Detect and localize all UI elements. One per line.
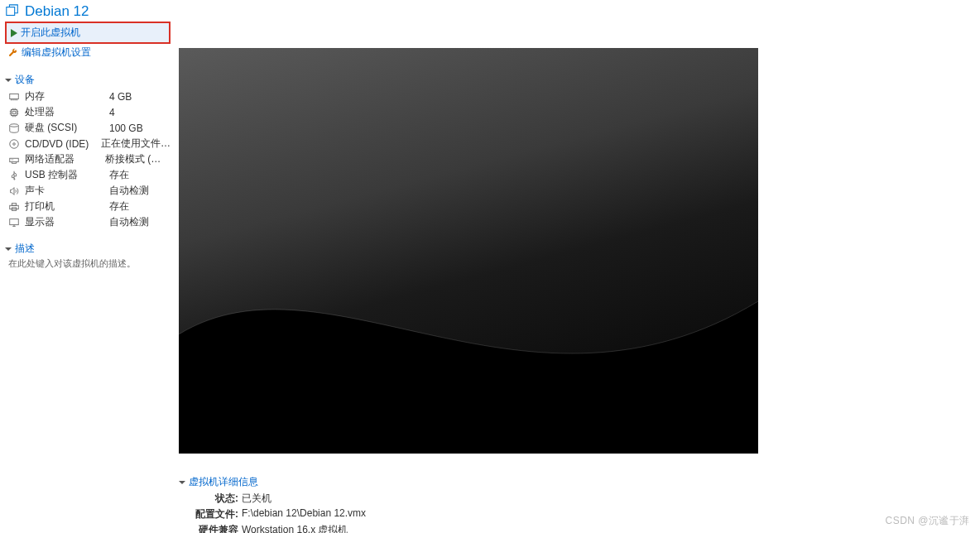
wrench-icon	[8, 48, 18, 58]
description-section-title: 描述	[15, 242, 35, 256]
device-value: 4 GB	[109, 91, 132, 103]
device-row[interactable]: CD/DVD (IDE)正在使用文件 H...	[5, 136, 171, 151]
detail-value: F:\debian 12\Debian 12.vmx	[242, 507, 366, 521]
device-row[interactable]: 处理器4	[5, 104, 171, 120]
device-label: 声卡	[25, 184, 104, 198]
details-section-title: 虚拟机详细信息	[189, 475, 258, 489]
chevron-down-icon	[5, 79, 12, 82]
description-section-header[interactable]: 描述	[5, 240, 171, 257]
edit-settings-button[interactable]: 编辑虚拟机设置	[5, 44, 171, 61]
description-section: 描述 在此处键入对该虚拟机的描述。	[5, 240, 171, 270]
device-label: USB 控制器	[25, 168, 104, 182]
svg-rect-9	[12, 203, 16, 205]
detail-row: 状态:已关机	[179, 491, 975, 507]
network-icon	[8, 154, 20, 166]
display-icon	[8, 217, 20, 228]
detail-label: 配置文件:	[194, 507, 238, 521]
detail-label: 硬件兼容性:	[194, 523, 238, 533]
content-area: 虚拟机详细信息 状态:已关机配置文件:F:\debian 12\Debian 1…	[179, 22, 975, 533]
svg-point-5	[10, 139, 19, 148]
device-row[interactable]: 声卡自动检测	[5, 183, 171, 199]
device-value: 桥接模式 (自动)	[105, 152, 171, 166]
chevron-down-icon	[179, 481, 185, 484]
device-value: 4	[109, 107, 115, 118]
memory-icon	[8, 91, 20, 103]
vm-title: Debian 12	[25, 3, 89, 20]
power-on-label: 开启此虚拟机	[21, 26, 80, 40]
svg-rect-11	[10, 218, 19, 224]
sound-icon	[8, 185, 20, 197]
svg-point-4	[10, 123, 19, 127]
device-label: CD/DVD (IDE)	[25, 138, 96, 150]
details-section: 虚拟机详细信息 状态:已关机配置文件:F:\debian 12\Debian 1…	[179, 473, 975, 533]
detail-value: 已关机	[242, 492, 271, 506]
device-row[interactable]: USB 控制器存在	[5, 167, 171, 183]
vm-preview-screen[interactable]	[179, 48, 758, 454]
sidebar: 开启此虚拟机 编辑虚拟机设置 设备 内存4 GB处理器4硬盘 (SCSI)100…	[5, 22, 171, 533]
device-row[interactable]: 显示器自动检测	[5, 214, 171, 230]
usb-icon	[8, 170, 20, 181]
devices-section-title: 设备	[15, 73, 35, 87]
svg-rect-7	[10, 158, 19, 161]
details-section-header[interactable]: 虚拟机详细信息	[179, 473, 975, 491]
svg-rect-0	[7, 7, 15, 16]
device-row[interactable]: 内存4 GB	[5, 89, 171, 104]
svg-rect-3	[12, 111, 16, 114]
svg-point-6	[13, 142, 16, 145]
play-icon	[11, 29, 17, 37]
device-row[interactable]: 硬盘 (SCSI)100 GB	[5, 120, 171, 136]
device-label: 打印机	[25, 199, 104, 214]
printer-icon	[8, 201, 20, 213]
detail-value: Workstation 16.x 虚拟机	[242, 523, 348, 533]
device-value: 自动检测	[109, 184, 149, 198]
device-label: 内存	[25, 89, 104, 103]
disk-icon	[8, 122, 20, 134]
svg-rect-2	[12, 109, 17, 115]
device-value: 100 GB	[109, 122, 143, 134]
description-placeholder[interactable]: 在此处键入对该虚拟机的描述。	[5, 257, 171, 270]
header: Debian 12	[0, 0, 980, 22]
edit-settings-label: 编辑虚拟机设置	[22, 46, 91, 60]
device-value: 存在	[109, 199, 129, 214]
device-value: 存在	[109, 168, 129, 182]
devices-section: 设备 内存4 GB处理器4硬盘 (SCSI)100 GBCD/DVD (IDE)…	[5, 71, 171, 230]
device-label: 网络适配器	[25, 152, 100, 166]
chevron-down-icon	[5, 247, 12, 251]
device-row[interactable]: 网络适配器桥接模式 (自动)	[5, 151, 171, 167]
detail-label: 状态:	[194, 492, 238, 506]
detail-row: 硬件兼容性:Workstation 16.x 虚拟机	[179, 522, 975, 533]
power-on-highlight: 开启此虚拟机	[5, 22, 171, 44]
device-label: 处理器	[25, 105, 104, 119]
vm-window-icon	[5, 4, 20, 19]
svg-rect-1	[10, 94, 19, 98]
devices-section-header[interactable]: 设备	[5, 71, 171, 89]
watermark: CSDN @沉谧于湃	[885, 514, 970, 528]
device-label: 硬盘 (SCSI)	[25, 121, 104, 135]
cd-icon	[8, 138, 20, 150]
device-value: 正在使用文件 H...	[101, 137, 171, 151]
cpu-icon	[8, 107, 20, 118]
power-on-button[interactable]: 开启此虚拟机	[7, 24, 169, 41]
detail-row: 配置文件:F:\debian 12\Debian 12.vmx	[179, 507, 975, 522]
device-label: 显示器	[25, 215, 104, 229]
details-list: 状态:已关机配置文件:F:\debian 12\Debian 12.vmx硬件兼…	[179, 491, 975, 533]
devices-list: 内存4 GB处理器4硬盘 (SCSI)100 GBCD/DVD (IDE)正在使…	[5, 89, 171, 230]
device-value: 自动检测	[109, 215, 149, 229]
device-row[interactable]: 打印机存在	[5, 199, 171, 214]
